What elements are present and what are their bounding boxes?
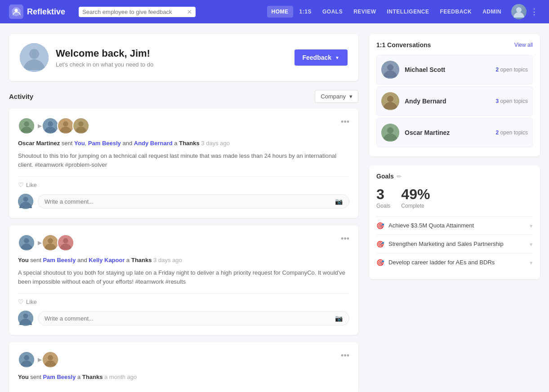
like-label: Like bbox=[26, 298, 37, 305]
nav-admin[interactable]: ADMIN bbox=[478, 6, 506, 18]
nav-review[interactable]: REVIEW bbox=[349, 6, 380, 18]
svg-point-22 bbox=[23, 314, 28, 319]
activity-card: ▶ ••• You sent Pam Beesly a Thanks a mon… bbox=[9, 342, 358, 392]
activity-description: You sent Pam Beesly a Thanks a month ago bbox=[18, 373, 349, 382]
goal-text-2: Strengthen Marketing and Sales Partnersh… bbox=[388, 240, 525, 248]
svg-point-16 bbox=[24, 238, 29, 244]
svg-point-18 bbox=[48, 238, 53, 244]
comment-avatar bbox=[18, 194, 33, 209]
comment-field[interactable] bbox=[45, 198, 335, 205]
like-button[interactable]: ♡ Like bbox=[18, 298, 37, 305]
goals-count: 3 Goals bbox=[376, 186, 390, 209]
search-icon: ✕ bbox=[187, 9, 192, 15]
recipient-pam: Pam Beesly bbox=[88, 140, 121, 147]
camera-icon[interactable]: 📷 bbox=[335, 198, 343, 205]
feedback-btn-label: Feedback bbox=[303, 54, 332, 61]
recipient-andy: Andy Bernard bbox=[134, 140, 173, 147]
michael-name: Michael Scott bbox=[405, 66, 491, 73]
chevron-down-icon: ▾ bbox=[530, 241, 533, 248]
chevron-down-icon: ▾ bbox=[349, 93, 353, 100]
filter-label: Company bbox=[321, 93, 346, 100]
conversation-item-andy[interactable]: Andy Bernard 3 open topics bbox=[376, 86, 533, 116]
oscar-avatar bbox=[381, 124, 399, 142]
filter-select[interactable]: Company ▾ bbox=[315, 90, 358, 103]
svg-point-8 bbox=[48, 121, 53, 127]
svg-point-32 bbox=[387, 127, 393, 134]
welcome-avatar bbox=[20, 43, 49, 72]
nav-1is[interactable]: 1:1S bbox=[295, 6, 316, 18]
view-all-link[interactable]: View all bbox=[514, 42, 533, 48]
conversation-item-oscar[interactable]: Oscar Martinez 2 open topics bbox=[376, 118, 533, 147]
oscar-name: Oscar Martinez bbox=[405, 129, 491, 136]
sender-name: You bbox=[18, 374, 29, 380]
andy-topics: 3 open topics bbox=[496, 98, 528, 104]
brand-icon bbox=[9, 4, 23, 19]
nav-more-icon[interactable]: ⋮ bbox=[528, 5, 540, 18]
user-avatar[interactable] bbox=[511, 4, 527, 19]
goal-item-3[interactable]: 🎯 Develop career ladder for AEs and BDRs… bbox=[376, 253, 533, 272]
activity-top: ▶ bbox=[18, 117, 349, 134]
avatar-oscar bbox=[18, 117, 35, 134]
comment-row: 📷 bbox=[18, 194, 349, 209]
avatar-pam bbox=[42, 351, 59, 368]
comment-avatar bbox=[18, 311, 33, 326]
camera-icon[interactable]: 📷 bbox=[335, 315, 343, 322]
recipient-you: You bbox=[74, 140, 85, 147]
avatar-andy bbox=[72, 117, 89, 134]
goals-count-label: Goals bbox=[376, 203, 390, 209]
more-options-button[interactable]: ••• bbox=[341, 234, 349, 244]
arrow-right-icon: ▶ bbox=[38, 356, 42, 363]
activity-card: ▶ bbox=[9, 108, 358, 218]
nav-intelligence[interactable]: INTELLIGENCE bbox=[382, 6, 433, 18]
avatar-pam bbox=[42, 234, 59, 251]
heart-icon: ♡ bbox=[18, 181, 24, 188]
nav-feedback[interactable]: FEEDBACK bbox=[436, 6, 477, 18]
recipient-pam: Pam Beesly bbox=[43, 374, 76, 380]
goal-item-1[interactable]: 🎯 Achieve $3.5M Quota Attainment ▾ bbox=[376, 216, 533, 235]
conversation-item-michael[interactable]: Michael Scott 2 open topics bbox=[376, 55, 533, 85]
brand-logo[interactable]: Reflektive bbox=[9, 4, 65, 19]
recipient-kelly: Kelly Kapoor bbox=[89, 257, 125, 263]
more-options-button[interactable]: ••• bbox=[341, 117, 349, 127]
edit-icon[interactable]: ✏ bbox=[397, 173, 402, 180]
comment-input-wrapper[interactable]: 📷 bbox=[38, 194, 349, 209]
activity-top: ▶ bbox=[18, 234, 349, 251]
welcome-subtitle: Let's check in on what you need to do bbox=[56, 61, 153, 68]
goals-number: 3 bbox=[376, 186, 390, 203]
brand-name: Reflektive bbox=[27, 7, 65, 17]
chevron-down-icon: ▼ bbox=[335, 55, 339, 60]
thanks-type: Thanks bbox=[179, 140, 200, 147]
like-button[interactable]: ♡ Like bbox=[18, 181, 37, 188]
andy-name: Andy Bernard bbox=[405, 98, 491, 105]
goals-pct-value: 49% bbox=[401, 186, 430, 203]
avatar-you bbox=[42, 117, 59, 134]
sender-name: You bbox=[18, 257, 29, 263]
feedback-button[interactable]: Feedback ▼ bbox=[295, 49, 348, 66]
post-time: 3 days ago bbox=[201, 140, 230, 147]
nav-goals[interactable]: GOALS bbox=[318, 6, 347, 18]
target-icon: 🎯 bbox=[376, 241, 384, 248]
avatar-you bbox=[18, 351, 35, 368]
search-input[interactable] bbox=[82, 9, 184, 15]
nav-home[interactable]: HOME bbox=[267, 6, 293, 18]
activity-top: ▶ ••• bbox=[18, 351, 349, 368]
welcome-greeting: Welcome back, Jim! bbox=[56, 48, 153, 59]
svg-point-12 bbox=[78, 121, 84, 127]
goal-item-2[interactable]: 🎯 Strengthen Marketing and Sales Partner… bbox=[376, 235, 533, 253]
oscar-topics: 2 open topics bbox=[496, 129, 528, 136]
target-icon: 🎯 bbox=[376, 222, 384, 229]
michael-topics: 2 open topics bbox=[496, 67, 528, 73]
more-options-button[interactable]: ••• bbox=[341, 351, 349, 361]
sender-name: Oscar Martinez bbox=[18, 140, 60, 147]
goals-pct-label: Complete bbox=[401, 203, 430, 209]
post-time: 3 days ago bbox=[153, 257, 182, 263]
thanks-type: Thanks bbox=[131, 257, 152, 263]
search-bar[interactable]: ✕ bbox=[79, 7, 196, 17]
main-layout: Welcome back, Jim! Let's check in on wha… bbox=[0, 23, 549, 392]
comment-field[interactable] bbox=[45, 315, 335, 322]
navbar: Reflektive ✕ HOME 1:1S GOALS REVIEW INTE… bbox=[0, 0, 549, 23]
comment-input-wrapper[interactable]: 📷 bbox=[38, 311, 349, 325]
avatar-you bbox=[18, 234, 35, 251]
arrow-right-icon: ▶ bbox=[38, 240, 42, 246]
avatars-row: ▶ bbox=[18, 117, 89, 134]
